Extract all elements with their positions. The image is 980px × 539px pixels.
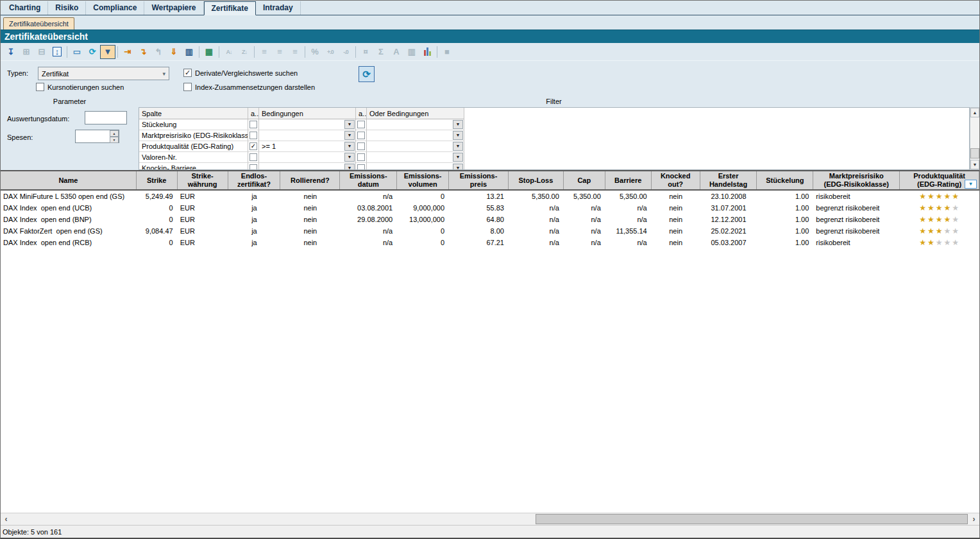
align-left-icon: ≡ <box>257 45 272 59</box>
search-panel: Typen: Zertifikat ▾ ✓ Derivate/Vergleich… <box>1 61 979 95</box>
tab-compliance[interactable]: Compliance <box>86 1 144 15</box>
scroll-up-icon[interactable]: ▲ <box>970 108 979 117</box>
new-range-icon[interactable]: ▭ <box>69 45 85 59</box>
filter-and-checkbox[interactable] <box>248 152 259 163</box>
filter-condition-cell[interactable]: ▼ <box>259 119 356 130</box>
column-header-endlos-zertifikat[interactable]: Endlos-zertifikat? <box>228 171 281 189</box>
filter-and-checkbox[interactable]: ✓ <box>248 141 259 152</box>
dropdown-arrow-icon[interactable]: ▼ <box>344 142 355 151</box>
spesen-label: Spesen: <box>7 133 33 141</box>
dropdown-arrow-icon[interactable]: ▼ <box>344 131 355 140</box>
scrollbar-track[interactable] <box>970 117 979 160</box>
table-row[interactable]: DAX Index open end (RCB)0EURjaneinn/a067… <box>1 237 979 248</box>
column-header-barriere[interactable]: Barriere <box>605 171 652 189</box>
column-header-knocked-out[interactable]: Knockedout? <box>652 171 700 189</box>
cell-cap: n/a <box>564 216 605 223</box>
tab-wertpapiere[interactable]: Wertpapiere <box>144 1 203 15</box>
edit-columns-icon[interactable]: ▥ <box>182 45 197 59</box>
checkbox-derivate-vergleichswerte[interactable]: ✓ Derivate/Vergleichswerte suchen <box>183 69 298 77</box>
dropdown-arrow-icon[interactable]: ▼ <box>453 120 463 129</box>
filter-condition-cell[interactable]: ▼ <box>259 163 356 170</box>
table-row[interactable]: DAX FaktorZert open end (GS)9,084.47EURj… <box>1 225 979 237</box>
column-header-strike-währung[interactable]: Strike-währung <box>178 171 228 189</box>
filter-condition-cell[interactable]: >= 1▼ <box>259 141 356 152</box>
column-header-emissions-volumen[interactable]: Emissions-volumen <box>397 171 449 189</box>
column-header-stop-loss[interactable]: Stop-Loss <box>509 171 564 189</box>
filter-or-and-checkbox[interactable] <box>356 141 367 152</box>
filter-and-checkbox[interactable] <box>248 119 259 130</box>
filter-or-and-checkbox[interactable] <box>356 163 367 170</box>
column-filter-icon-glyph: ▦ <box>205 47 213 56</box>
column-header-stückelung[interactable]: Stückelung <box>757 171 813 189</box>
horizontal-scrollbar[interactable]: ‹ › <box>1 513 979 526</box>
auswertungsdatum-input[interactable] <box>85 111 127 124</box>
table-row[interactable]: DAX Index open end (BNP)0EURjanein29.08.… <box>1 214 979 225</box>
filter-or-and-checkbox[interactable] <box>356 119 367 130</box>
table-row[interactable]: DAX Index open end (UCB)0EURjanein03.08.… <box>1 202 979 214</box>
filter-or-condition-cell[interactable]: ▼ <box>367 119 464 130</box>
filter-or-condition-cell[interactable]: ▼ <box>367 130 464 141</box>
star-icon: ★ <box>927 192 936 201</box>
column-header-erster-handelstag[interactable]: ErsterHandelstag <box>700 171 757 189</box>
font-icon: A <box>389 45 404 59</box>
column-header-strike[interactable]: Strike <box>137 171 178 189</box>
filter-or-condition-cell[interactable]: ▼ <box>367 141 464 152</box>
export-icon[interactable]: ↧ <box>3 45 19 59</box>
scroll-down-icon[interactable]: ▼ <box>970 160 979 169</box>
column-filter-icon[interactable]: ▦ <box>201 45 217 59</box>
checkbox-index-zusammensetzungen[interactable]: Index-Zusammensetzungen darstellen <box>183 83 315 91</box>
search-refresh-button[interactable]: ⟳ <box>359 66 375 82</box>
dropdown-arrow-icon[interactable]: ▼ <box>344 164 355 170</box>
scrollbar-thumb[interactable] <box>970 148 979 158</box>
column-header-cap[interactable]: Cap <box>564 171 605 189</box>
chart-icon[interactable] <box>419 45 435 59</box>
subtab-zertifikateübersicht[interactable]: Zertifikateübersicht <box>3 17 74 30</box>
filter-vertical-scrollbar[interactable]: ▲ ▼ <box>970 107 980 170</box>
column-header-emissions-datum[interactable]: Emissions-datum <box>340 171 397 189</box>
filter-and-checkbox[interactable] <box>248 130 259 141</box>
filter-or-condition-cell[interactable]: ▼ <box>367 163 464 170</box>
dropdown-arrow-icon[interactable]: ▼ <box>453 164 463 170</box>
tab-charting[interactable]: Charting <box>2 1 48 15</box>
column-header-produktqualität-edg-rating[interactable]: Produktqualität(EDG-Rating)▾ <box>900 171 979 189</box>
column-header-name[interactable]: Name <box>1 171 137 189</box>
tab-zertifikate[interactable]: Zertifikate <box>204 1 256 15</box>
column-header-rollierend[interactable]: Rollierend? <box>280 171 340 189</box>
insert-below-icon[interactable]: ↴ <box>135 45 151 59</box>
tab-intraday[interactable]: Intraday <box>256 1 301 15</box>
typen-select[interactable]: Zertifikat ▾ <box>38 67 169 80</box>
checkbox-kursnotierungen[interactable]: Kursnotierungen suchen <box>36 83 124 91</box>
fit-height-icon[interactable]: ↕ <box>49 45 65 59</box>
filter-or-and-checkbox[interactable] <box>356 130 367 141</box>
cell-knocked-out: nein <box>652 216 700 223</box>
dropdown-arrow-icon[interactable]: ▼ <box>453 142 463 151</box>
dropdown-arrow-icon[interactable]: ▼ <box>344 120 355 129</box>
scrollbar-track[interactable] <box>12 513 968 525</box>
filter-or-condition-cell[interactable]: ▼ <box>367 152 464 163</box>
dropdown-arrow-icon[interactable]: ▼ <box>453 153 463 162</box>
filter-icon[interactable]: ▼ <box>100 45 115 59</box>
spin-up-icon[interactable]: ▲ <box>110 130 119 137</box>
filter-condition-cell[interactable]: ▼ <box>259 130 356 141</box>
insert-up-icon: ↰ <box>151 45 166 59</box>
table-row[interactable]: DAX MiniFuture L 5350 open end (GS)5,249… <box>1 191 979 202</box>
scrollbar-thumb[interactable] <box>536 514 968 524</box>
filter-and-checkbox[interactable] <box>248 163 259 170</box>
refresh-icon[interactable]: ⟳ <box>85 45 100 59</box>
dropdown-arrow-icon[interactable]: ▼ <box>453 131 463 140</box>
spin-down-icon[interactable]: ▼ <box>110 137 119 143</box>
scroll-right-icon[interactable]: › <box>968 513 979 525</box>
column-header-marktpreisrisiko-edg-risikoklasse[interactable]: Marktpreisrisiko(EDG-Risikoklasse) <box>813 171 900 189</box>
dropdown-arrow-icon[interactable]: ▼ <box>344 153 355 162</box>
refresh-icon-glyph: ⟳ <box>89 47 96 56</box>
filter-or-and-checkbox[interactable] <box>356 152 367 163</box>
toolbar-separator <box>355 46 356 58</box>
filter-condition-cell[interactable]: ▼ <box>259 152 356 163</box>
insert-row-icon[interactable]: ⇓ <box>166 45 182 59</box>
insert-column-icon[interactable]: ⇥ <box>120 45 135 59</box>
produktqualitaet-filter-combo[interactable]: ▾ <box>965 180 977 189</box>
scroll-left-icon[interactable]: ‹ <box>1 513 12 525</box>
column-header-emissions-preis[interactable]: Emissions-preis <box>449 171 509 189</box>
add-decimal-icon-glyph: +.0 <box>327 49 334 55</box>
tab-risiko[interactable]: Risiko <box>48 1 86 15</box>
